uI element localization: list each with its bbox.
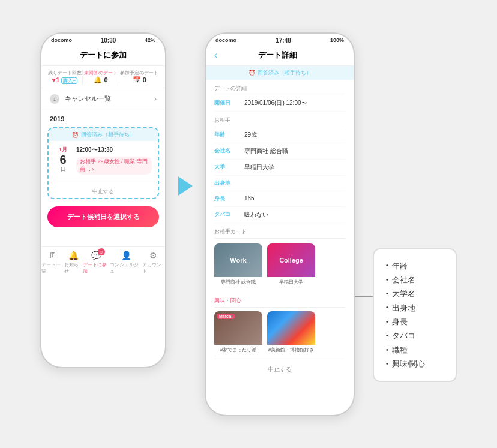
bell-icon: 🔔 [68, 251, 79, 260]
bullet-dot-icon: • [386, 260, 388, 271]
date-card-status: ⏰ 回答済み（相手待ち） [49, 128, 158, 141]
work-card-image: Work [214, 243, 262, 277]
nav-date-join[interactable]: 💬 3 デートに参加 [83, 251, 110, 275]
bullet-item: •タバコ [386, 329, 444, 342]
date-partner[interactable]: お相手 29歳女性 / 職業:専門商… › [76, 157, 152, 175]
nav-concierge[interactable]: 👤 コンシェルジュ [110, 251, 142, 275]
bullet-item: •出身地 [386, 301, 444, 315]
left-screen-title: デートに参加 [41, 46, 165, 66]
right-time: 17:48 [276, 37, 291, 44]
bullet-dot-icon: • [386, 330, 388, 341]
date-details-section: デートの詳細 [214, 80, 345, 95]
year-label: 2019 [41, 110, 165, 125]
match-badge: Match! [217, 314, 235, 319]
interest-home-card[interactable]: Match! #家でまったり派 [214, 311, 262, 355]
cancel-bottom-btn[interactable]: 中止する [214, 359, 345, 380]
date-cancel-btn[interactable]: 中止する [49, 182, 158, 198]
college-card-label: 早稲田大学 [267, 277, 315, 287]
origin-row: 出身地 [214, 176, 345, 191]
cancel-menu-row[interactable]: 1 キャンセル一覧 › [41, 88, 165, 111]
left-carrier: docomo [51, 37, 72, 43]
right-header: ‹ デート詳細 [206, 46, 354, 66]
date-time: 12:00〜13:30 [76, 146, 152, 154]
nav-notifications[interactable]: 🔔 お知らせ [64, 251, 83, 275]
right-battery: 100% [330, 37, 344, 43]
university-row: 大学 早稲田大学 [214, 160, 345, 176]
transition-arrow [178, 176, 193, 196]
right-phone: docomo 17:48 100% ‹ デート詳細 ⏰ 回答済み（相手待ち） デ… [205, 32, 355, 416]
back-button[interactable]: ‹ [214, 50, 217, 61]
work-card[interactable]: Work 専門商社 総合職 [214, 243, 262, 287]
college-card[interactable]: College 早稲田大学 [267, 243, 315, 287]
date-card: ⏰ 回答済み（相手待ち） 1月 6 日 12:00〜13:30 お相手 29歳女… [47, 127, 159, 199]
calendar-icon: 🗓 [49, 251, 57, 260]
bullet-dot-icon: • [386, 317, 388, 327]
partner-section: お相手 [214, 112, 345, 127]
bottom-nav: 🗓 デート一覧 🔔 お知らせ 💬 3 デートに参加 👤 コンシェルジュ ⚙ [41, 246, 165, 279]
work-card-label: 専門商社 総合職 [214, 277, 262, 287]
interests-section: 興味・関心 [214, 292, 345, 308]
interest-home-image: Match! [214, 311, 262, 345]
right-arrow-icon [178, 176, 193, 196]
bullet-dot-icon: • [386, 345, 388, 356]
bullet-item: •興味/関心 [386, 357, 444, 371]
stat-scheduled: 参加予定のデート 📅 0 [120, 70, 158, 84]
bullet-item: •年齢 [386, 259, 444, 273]
bullet-dot-icon: • [386, 359, 388, 369]
nav-badge-count: 3 [98, 248, 105, 255]
age-row: 年齢 29歳 [214, 127, 345, 143]
company-row: 会社名 専門商社 総合職 [214, 143, 345, 160]
left-time: 10:30 [101, 37, 116, 44]
bullet-dot-icon: • [386, 302, 388, 313]
cards-row: Work 専門商社 総合職 College 早稲田大学 [214, 239, 345, 292]
left-battery: 42% [145, 37, 155, 43]
connector-line [355, 296, 373, 297]
right-screen-title: デート詳細 [222, 50, 333, 61]
bullet-section: •年齢•会社名•大学名•出身地•身長•タバコ•職種•興味/関心 [355, 32, 457, 382]
interest-museum-label: #美術館・博物館好き [267, 345, 315, 355]
interests-row: Match! #家でまったり派 #美術館・博物館好き [214, 308, 345, 359]
account-icon: ⚙ [149, 251, 157, 260]
stats-row: 残りデート回数 ♥1 購入+ 未回答のデート 🔔 0 参加予定のデート 📅 [41, 66, 165, 88]
left-phone: docomo 10:30 42% デートに参加 残りデート回数 ♥1 購入+ 未… [40, 32, 166, 368]
height-row: 身長 165 [214, 191, 345, 207]
detail-content: デートの詳細 開催日 2019/01/06(日) 12:00〜 お相手 年齢 2… [206, 80, 354, 380]
detail-status-bar: ⏰ 回答済み（相手待ち） [206, 66, 354, 80]
left-status-bar: docomo 10:30 42% [41, 34, 165, 46]
stat-next: 未回答のデート 🔔 0 [84, 70, 118, 84]
right-status-bar: docomo 17:48 100% [206, 34, 354, 46]
select-date-btn[interactable]: デート候補日を選択する [47, 206, 159, 227]
chevron-right-icon: › [154, 95, 157, 103]
interest-home-label: #家でまったり派 [214, 345, 262, 355]
date-row: 開催日 2019/01/06(日) 12:00〜 [214, 95, 345, 112]
bullet-item: •会社名 [386, 273, 444, 287]
bullet-item: •身長 [386, 315, 444, 329]
tobacco-row: タバコ 吸わない [214, 207, 345, 223]
college-card-image: College [267, 243, 315, 277]
interest-museum-card[interactable]: #美術館・博物館好き [267, 311, 315, 355]
bullet-dot-icon: • [386, 275, 388, 285]
bullet-dot-icon: • [386, 288, 388, 299]
nav-account[interactable]: ⚙ アカウント [142, 251, 165, 275]
person-icon: 👤 [121, 251, 131, 260]
nav-date-list[interactable]: 🗓 デート一覧 [41, 251, 64, 275]
bullet-item: •大学名 [386, 287, 444, 300]
partner-card-section: お相手カード [214, 223, 345, 239]
date-box: 1月 6 日 [55, 146, 71, 177]
right-carrier: docomo [215, 37, 236, 43]
right-section: docomo 17:48 100% ‹ デート詳細 ⏰ 回答済み（相手待ち） デ… [205, 32, 457, 416]
interest-museum-image [267, 311, 315, 345]
stat-remaining: 残りデート回数 ♥1 購入+ [48, 70, 82, 84]
bullet-list-box: •年齢•会社名•大学名•出身地•身長•タバコ•職種•興味/関心 [373, 248, 457, 382]
bullet-item: •職種 [386, 343, 444, 357]
